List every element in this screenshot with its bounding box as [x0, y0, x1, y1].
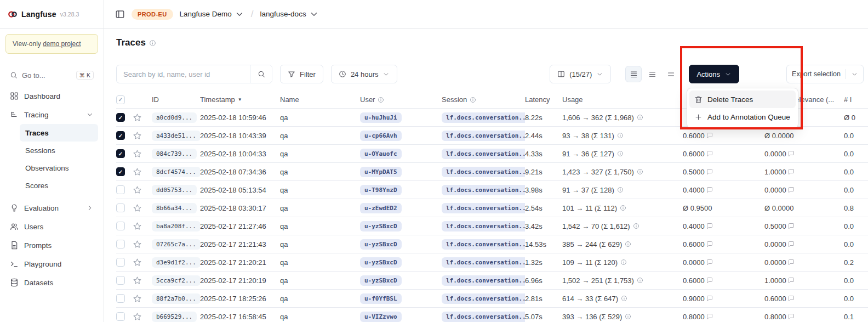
filter-button[interactable]: Filter — [280, 65, 323, 83]
table-row[interactable]: dd05753... 2025-02-18 05:13:54 qa u-T98Y… — [116, 181, 868, 199]
user-badge[interactable]: u-yzSBxcD — [360, 257, 402, 268]
trace-id-badge[interactable]: 88f2a7b0... — [152, 293, 200, 304]
table-row[interactable]: 07265c7a... 2025-02-17 21:21:43 qa u-yzS… — [116, 235, 868, 253]
actions-button[interactable]: Actions — [689, 65, 739, 83]
user-badge[interactable]: u-f0YfBSL — [360, 293, 402, 304]
trace-id-badge[interactable]: 8b66a34... — [152, 203, 197, 213]
menu-item-add-to-annotation-queue[interactable]: Add to Annotation Queue — [689, 108, 796, 126]
row-checkbox[interactable] — [116, 222, 125, 230]
table-row[interactable]: b669529... 2025-02-17 16:58:45 qa u-VIZz… — [116, 308, 868, 322]
session-badge[interactable]: lf.docs.conversation... — [442, 293, 525, 304]
table-row[interactable]: a433de51... 2025-02-18 10:43:39 qa u-cp6… — [116, 127, 868, 145]
user-badge[interactable]: u-VIZzvwo — [360, 312, 402, 322]
trace-id-badge[interactable]: ba8a208f... — [152, 221, 200, 231]
sidebar-item-scores[interactable]: Scores — [20, 177, 98, 194]
star-icon[interactable] — [133, 258, 142, 267]
org-selector[interactable]: Langfuse Demo — [180, 9, 244, 19]
search-input[interactable] — [117, 70, 250, 78]
star-icon[interactable] — [133, 312, 142, 321]
user-badge[interactable]: u-MYpDAT5 — [360, 167, 402, 177]
user-badge[interactable]: u-zEwdED2 — [360, 203, 402, 213]
info-icon[interactable] — [617, 187, 624, 193]
sidebar-item-prompts[interactable]: Prompts — [5, 236, 98, 255]
header-latency[interactable]: Latency — [525, 95, 562, 104]
row-checkbox[interactable] — [116, 185, 125, 194]
star-icon[interactable] — [133, 185, 142, 195]
info-icon[interactable] — [637, 114, 643, 121]
sidebar-item-traces[interactable]: Traces — [20, 124, 98, 142]
user-badge[interactable]: u-yzSBxcD — [360, 275, 402, 286]
star-icon[interactable] — [133, 167, 142, 177]
session-badge[interactable]: lf.docs.conversation... — [442, 312, 525, 322]
header-usage[interactable]: Usage — [562, 95, 683, 104]
row-checkbox[interactable] — [116, 131, 125, 140]
row-checkbox[interactable] — [116, 113, 125, 122]
trace-id-badge[interactable]: 07265c7a... — [152, 239, 200, 250]
export-selection-button[interactable]: Export selection — [786, 65, 864, 83]
row-height-medium-button[interactable] — [644, 66, 660, 82]
trace-id-badge[interactable]: a0cd0d9... — [152, 112, 197, 123]
header-session[interactable]: Session — [442, 95, 525, 104]
info-icon[interactable] — [625, 313, 631, 320]
menu-item-delete-traces[interactable]: Delete Traces — [689, 91, 796, 108]
star-icon[interactable] — [133, 149, 142, 159]
header-timestamp[interactable]: Timestamp ▼ — [200, 95, 280, 104]
star-icon[interactable] — [133, 131, 142, 140]
info-icon[interactable] — [149, 39, 156, 47]
row-height-small-button[interactable] — [625, 66, 642, 82]
sidebar-item-observations[interactable]: Observations — [20, 159, 98, 177]
info-icon[interactable] — [637, 277, 643, 284]
header-user[interactable]: User — [360, 95, 442, 104]
trace-id-badge[interactable]: 5cca9cf2... — [152, 275, 200, 286]
sidebar-item-datasets[interactable]: Datasets — [5, 273, 98, 292]
session-badge[interactable]: lf.docs.conversation... — [442, 112, 525, 123]
header-score-c[interactable]: # I — [844, 95, 868, 104]
row-checkbox[interactable] — [116, 204, 125, 212]
trace-id-badge[interactable]: 084c739... — [152, 149, 197, 159]
session-badge[interactable]: lf.docs.conversation... — [442, 131, 525, 141]
session-badge[interactable]: lf.docs.conversation... — [442, 257, 525, 268]
sidebar-item-users[interactable]: Users — [5, 217, 98, 236]
trace-id-badge[interactable]: b669529... — [152, 312, 197, 322]
user-badge[interactable]: u-OYauofc — [360, 149, 402, 159]
session-badge[interactable]: lf.docs.conversation... — [442, 203, 525, 213]
star-icon[interactable] — [133, 113, 142, 122]
sidebar-item-playground[interactable]: Playground — [5, 255, 98, 273]
table-row[interactable]: ba8a208f... 2025-02-17 21:27:46 qa u-yzS… — [116, 217, 868, 235]
table-row[interactable]: 88f2a7b0... 2025-02-17 18:25:26 qa u-f0Y… — [116, 290, 868, 308]
column-visibility-button[interactable]: (15/27) — [550, 65, 611, 83]
trace-id-badge[interactable]: 8dcf4574... — [152, 167, 200, 177]
user-badge[interactable]: u-yzSBxcD — [360, 239, 402, 250]
star-icon[interactable] — [133, 276, 142, 285]
table-row[interactable]: d3e9d1f2... 2025-02-17 21:20:21 qa u-yzS… — [116, 253, 868, 272]
sidebar-item-dashboard[interactable]: Dashboard — [5, 87, 98, 105]
session-badge[interactable]: lf.docs.conversation... — [442, 221, 525, 231]
demo-project-link[interactable]: demo project — [43, 40, 81, 48]
info-icon[interactable] — [621, 295, 627, 302]
user-badge[interactable]: u-T98YnzD — [360, 185, 402, 195]
sidebar-item-sessions[interactable]: Sessions — [20, 142, 98, 159]
header-id[interactable]: ID — [152, 95, 200, 104]
row-checkbox[interactable] — [116, 312, 125, 321]
star-icon[interactable] — [133, 294, 142, 303]
info-icon[interactable] — [620, 259, 627, 265]
select-all-checkbox[interactable] — [116, 95, 125, 104]
sidebar-item-evaluation[interactable]: Evaluation — [5, 199, 98, 217]
session-badge[interactable]: lf.docs.conversation... — [442, 149, 525, 159]
star-icon[interactable] — [133, 240, 142, 249]
goto-search[interactable]: Go to... ⌘ K — [5, 68, 98, 82]
row-checkbox[interactable] — [116, 294, 125, 303]
session-badge[interactable]: lf.docs.conversation... — [442, 275, 525, 286]
row-checkbox[interactable] — [116, 276, 125, 285]
user-badge[interactable]: u-huJhuJi — [360, 112, 402, 123]
project-selector[interactable]: langfuse-docs — [260, 9, 319, 19]
table-row[interactable]: 8dcf4574... 2025-02-18 07:34:36 qa u-MYp… — [116, 163, 868, 181]
row-checkbox[interactable] — [116, 149, 125, 158]
info-icon[interactable] — [637, 168, 643, 175]
sidebar-item-tracing[interactable]: Tracing — [5, 105, 98, 124]
star-icon[interactable] — [133, 222, 142, 231]
table-row[interactable]: 084c739... 2025-02-18 10:04:33 qa u-OYau… — [116, 145, 868, 163]
trace-id-badge[interactable]: d3e9d1f2... — [152, 257, 200, 268]
time-range-button[interactable]: 24 hours — [331, 65, 398, 83]
row-checkbox[interactable] — [116, 240, 125, 248]
